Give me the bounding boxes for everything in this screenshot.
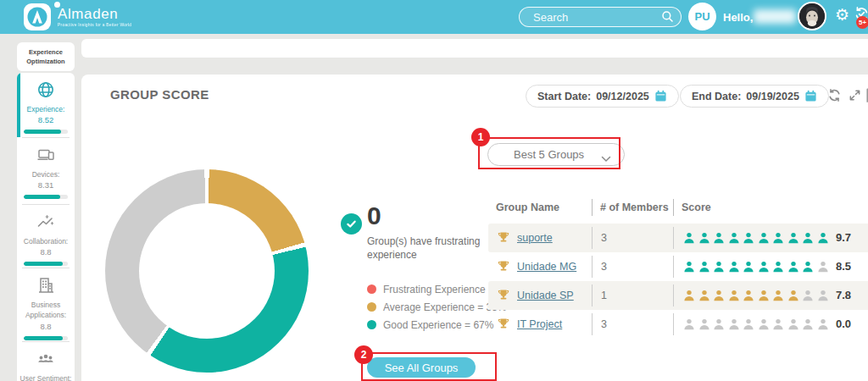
row-divider [673,284,674,306]
legend-dot [367,284,376,294]
calendar-icon[interactable] [654,90,667,102]
start-date-value: 09/12/2025 [596,91,649,102]
end-date-value: 09/19/2025 [746,91,799,102]
score-progress-track [24,130,68,134]
person-icon [817,261,829,276]
sidebar-item-value: 8.31 [17,180,75,190]
brand-logo[interactable]: Almaden Proactive Insights for a Better … [24,3,131,30]
profile-avatar[interactable] [798,2,826,30]
score-person-icons [683,261,829,276]
panel-title: GROUP SCORE [110,87,209,102]
person-icon [787,261,799,276]
member-count: 3 [601,261,607,273]
brand-tagline: Proactive Insights for a Better World [58,23,131,27]
sidebar-item-devices[interactable]: Devices: 8.31 [17,138,75,204]
column-header-members: # of Members [600,202,669,213]
table-row[interactable]: Unidade MG 3 8.5 [488,252,868,281]
person-icon [743,261,754,276]
person-icon [713,318,725,334]
annotation-rect-2 [361,352,497,381]
score-progress-track [24,195,68,199]
row-divider [592,227,593,249]
person-icon [758,261,770,276]
greeting-text: Hello, [723,11,753,24]
start-date-picker[interactable]: Start Date: 09/12/2025 [526,85,679,108]
person-icon [728,318,740,334]
refresh-icon[interactable] [827,88,842,102]
collaboration-icon [36,213,55,231]
group-name-link[interactable]: Unidade SP [517,290,574,301]
column-divider [673,199,674,216]
sidebar-item-label: User Sentiment: [17,373,75,381]
sidebar-item-label: Business Applications: [17,300,75,321]
sidebar-item-value: 8.8 [17,247,75,257]
search-input[interactable] [519,7,682,27]
legend-dot [367,302,376,312]
sidebar: Experience: 8.52 Devices: 8.31 Collabora… [17,73,75,381]
group-name-link[interactable]: suporte [517,232,553,244]
gear-icon[interactable]: ⚙ [835,7,849,23]
group-score-panel: GROUP SCORE Start Date: 09/12/2025 End D… [81,75,868,381]
annotation-rect-1 [478,137,620,169]
score-value: 9.7 [836,231,851,244]
person-icon [683,261,695,276]
breadcrumb-bar [81,39,868,58]
person-icon [758,318,770,334]
row-divider [592,284,593,306]
end-date-label: End Date: [692,91,741,102]
group-name-link[interactable]: IT Project [517,318,562,330]
column-header-group-name: Group Name [496,202,559,213]
legend-dot [367,320,376,329]
person-icon [743,318,754,334]
almaden-logo-icon [24,3,51,30]
person-icon [698,290,710,305]
sidebar-item-collaboration[interactable]: Collaboration: 8.8 [17,205,75,268]
person-icon [758,232,770,247]
table-row[interactable]: Unidade SP 1 7.8 [488,281,868,310]
person-icon [713,261,725,276]
annotation-number-2: 2 [354,345,373,364]
person-icon [743,290,754,305]
legend-label: Good Experience = 67% [383,319,493,331]
search-icon[interactable] [661,10,674,23]
score-progress-fill [24,262,63,266]
person-icon [817,232,829,247]
sidebar-section-title: Experience Optimization [17,42,75,71]
score-value: 0.0 [836,318,851,330]
table-row[interactable]: suporte 3 9.7 [488,224,868,252]
sidebar-item-label: Collaboration: [17,236,75,246]
notification-badge[interactable]: 5+ [856,16,868,29]
user-initials-badge[interactable]: PU [688,3,716,30]
row-divider [592,313,593,335]
calendar-icon[interactable] [804,90,817,102]
person-icon [817,318,829,334]
person-icon [728,261,740,276]
row-divider [673,256,674,278]
search-box [519,7,682,27]
frustrating-groups-count: 0 [367,202,381,230]
score-progress-fill [24,336,63,340]
check-circle-icon [341,213,362,235]
logo-dot-icon [54,2,60,8]
score-value: 8.5 [836,260,851,273]
expand-icon[interactable] [849,89,861,102]
row-divider [673,313,674,335]
top-header-bar: Almaden Proactive Insights for a Better … [0,0,868,34]
person-icon [802,261,814,276]
end-date-picker[interactable]: End Date: 09/19/2025 [680,85,829,108]
table-row[interactable]: IT Project 3 0.0 [488,310,868,339]
member-count: 1 [601,290,607,301]
group-name-link[interactable]: Unidade MG [517,261,576,273]
score-progress-fill [24,130,61,134]
score-person-icons [683,232,829,247]
trophy-icon [497,260,510,273]
building-icon [36,276,55,295]
brand-name: Almaden [58,7,131,21]
sidebar-item-user-sentiment[interactable]: User Sentiment: 0.0 [17,342,75,381]
person-icon [698,232,710,247]
person-icon [772,232,784,247]
donut-hole [139,203,275,339]
sidebar-item-experience[interactable]: Experience: 8.52 [17,73,75,137]
sidebar-item-value: 8.52 [17,115,75,124]
sidebar-item-business-applications[interactable]: Business Applications: 8.8 [17,268,75,341]
